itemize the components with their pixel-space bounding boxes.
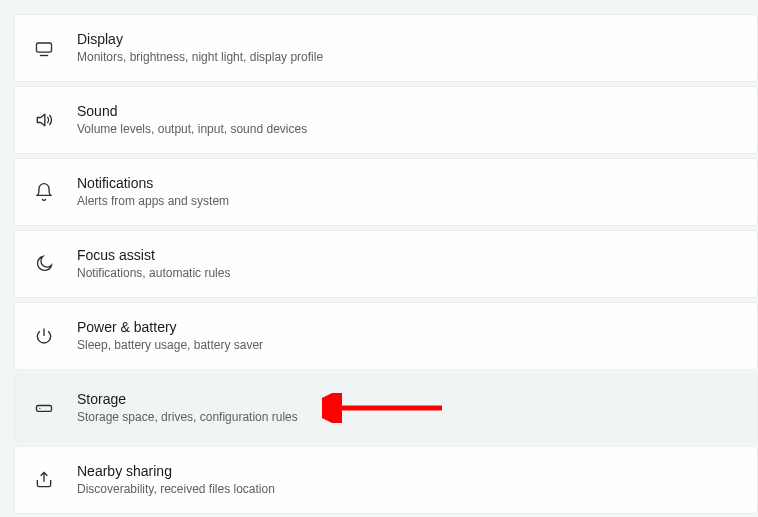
settings-item-desc: Alerts from apps and system (77, 193, 229, 210)
settings-item-text: Power & batterySleep, battery usage, bat… (77, 318, 263, 354)
settings-item-text: Focus assistNotifications, automatic rul… (77, 246, 230, 282)
settings-item-title: Storage (77, 390, 298, 408)
settings-item-desc: Volume levels, output, input, sound devi… (77, 121, 307, 138)
settings-item-focus[interactable]: Focus assistNotifications, automatic rul… (14, 230, 758, 298)
bell-icon (33, 181, 55, 203)
settings-item-title: Display (77, 30, 323, 48)
svg-rect-0 (37, 43, 52, 52)
settings-list: DisplayMonitors, brightness, night light… (0, 0, 758, 514)
settings-item-title: Notifications (77, 174, 229, 192)
settings-item-nearby[interactable]: Nearby sharingDiscoverability, received … (14, 446, 758, 514)
settings-item-title: Nearby sharing (77, 462, 275, 480)
display-icon (33, 37, 55, 59)
settings-item-desc: Discoverability, received files location (77, 481, 275, 498)
settings-item-title: Power & battery (77, 318, 263, 336)
drive-icon (33, 397, 55, 419)
settings-item-storage[interactable]: StorageStorage space, drives, configurat… (14, 374, 758, 442)
svg-point-4 (39, 408, 40, 409)
settings-item-sound[interactable]: SoundVolume levels, output, input, sound… (14, 86, 758, 154)
share-icon (33, 469, 55, 491)
settings-item-desc: Storage space, drives, configuration rul… (77, 409, 298, 426)
settings-item-text: NotificationsAlerts from apps and system (77, 174, 229, 210)
settings-item-title: Sound (77, 102, 307, 120)
moon-icon (33, 253, 55, 275)
settings-item-desc: Notifications, automatic rules (77, 265, 230, 282)
power-icon (33, 325, 55, 347)
svg-rect-3 (37, 406, 52, 412)
settings-item-text: StorageStorage space, drives, configurat… (77, 390, 298, 426)
svg-marker-2 (37, 114, 45, 126)
settings-item-text: DisplayMonitors, brightness, night light… (77, 30, 323, 66)
settings-item-title: Focus assist (77, 246, 230, 264)
settings-item-desc: Monitors, brightness, night light, displ… (77, 49, 323, 66)
sound-icon (33, 109, 55, 131)
settings-item-text: SoundVolume levels, output, input, sound… (77, 102, 307, 138)
settings-item-power[interactable]: Power & batterySleep, battery usage, bat… (14, 302, 758, 370)
settings-item-display[interactable]: DisplayMonitors, brightness, night light… (14, 14, 758, 82)
settings-item-desc: Sleep, battery usage, battery saver (77, 337, 263, 354)
settings-item-notifications[interactable]: NotificationsAlerts from apps and system (14, 158, 758, 226)
settings-item-text: Nearby sharingDiscoverability, received … (77, 462, 275, 498)
